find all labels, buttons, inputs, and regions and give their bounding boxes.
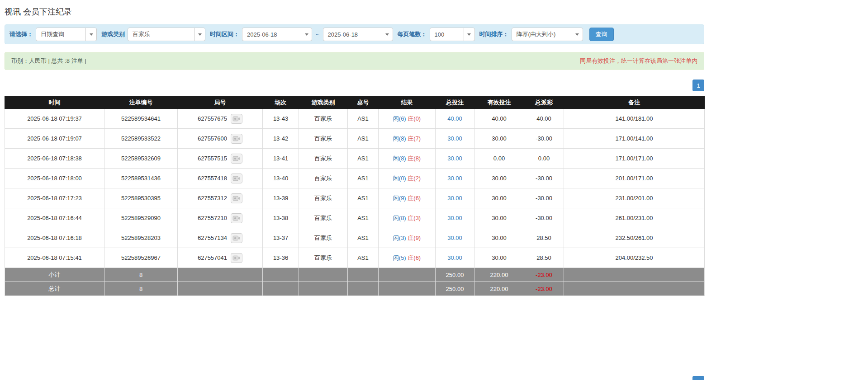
- cell-valid-bet: 30.00: [474, 169, 524, 188]
- cell-round-number: 627557210: [198, 215, 227, 221]
- table-row: 2025-06-18 07:19:07 522589533522 6275576…: [5, 129, 705, 149]
- search-button[interactable]: 查询: [589, 28, 614, 41]
- cell-session: 13-38: [263, 208, 299, 228]
- cell-bet-id: 522589528203: [104, 228, 178, 248]
- cell-bet-id: 522589534641: [104, 109, 178, 129]
- cell-result: 闲(0) 庄(2): [379, 169, 436, 188]
- cell-valid-bet: 30.00: [474, 228, 524, 248]
- result-player: 闲(9): [393, 195, 406, 202]
- cell-valid-bet: 0.00: [474, 149, 524, 169]
- chevron-down-icon: [572, 28, 583, 41]
- page-1-button[interactable]: 1: [693, 376, 704, 380]
- cell-session: 13-36: [263, 248, 299, 268]
- video-replay-icon[interactable]: [231, 154, 242, 164]
- total-bet-link[interactable]: 30.00: [447, 155, 462, 162]
- cell-result: 闲(6) 庄(0): [379, 109, 436, 129]
- cell-time: 2025-06-18 07:19:37: [5, 109, 104, 129]
- subtotal-valid-bet: 220.00: [474, 268, 524, 282]
- cell-result: 闲(5) 庄(6): [379, 248, 436, 268]
- cell-time: 2025-06-18 07:19:07: [5, 129, 104, 149]
- total-label: 总计: [5, 282, 104, 296]
- total-bet-link[interactable]: 30.00: [447, 175, 462, 182]
- total-bet-link[interactable]: 30.00: [447, 215, 462, 221]
- pagination-bottom: 1: [5, 376, 704, 380]
- cell-note: 232.50/261.00: [564, 228, 705, 248]
- result-banker: 庄(3): [408, 215, 421, 221]
- cell-round-number: 627557312: [198, 195, 227, 202]
- cell-game-type: 百家乐: [299, 228, 348, 248]
- video-replay-icon[interactable]: [231, 193, 242, 203]
- subtotal-payout: -23.00: [524, 268, 564, 282]
- date-to-input[interactable]: 2025-06-18: [323, 28, 393, 41]
- result-player: 闲(3): [393, 235, 406, 241]
- total-bet-link[interactable]: 30.00: [447, 135, 462, 142]
- header-time: 时间: [5, 96, 104, 109]
- result-player: 闲(8): [393, 155, 406, 162]
- cell-result: 闲(9) 庄(6): [379, 188, 436, 208]
- page-size-label: 每页笔数：: [398, 30, 427, 38]
- time-sort-select[interactable]: 降幂(由大到小): [512, 28, 583, 41]
- date-range-label: 时间区间：: [210, 30, 239, 38]
- video-replay-icon[interactable]: [231, 134, 242, 144]
- cell-time: 2025-06-18 07:18:38: [5, 149, 104, 169]
- cell-result: 闲(8) 庄(3): [379, 208, 436, 228]
- cell-session: 13-43: [263, 109, 299, 129]
- cell-payout: 28.50: [524, 248, 564, 268]
- cell-bet-id: 522589531436: [104, 169, 178, 188]
- filter-bar: 请选择： 日期查询 游戏类别 百家乐 时间区间： 2025-06-18 ~ 20…: [5, 24, 704, 44]
- cell-session: 13-39: [263, 188, 299, 208]
- cell-valid-bet: 30.00: [474, 208, 524, 228]
- pagination-top: 1: [5, 80, 704, 91]
- video-replay-icon[interactable]: [231, 213, 242, 223]
- cell-game-type: 百家乐: [299, 188, 348, 208]
- table-row: 2025-06-18 07:15:41 522589526967 6275570…: [5, 248, 705, 268]
- select-type-label: 请选择：: [9, 30, 33, 38]
- cell-payout: -30.00: [524, 188, 564, 208]
- result-player: 闲(8): [393, 135, 406, 142]
- cell-valid-bet: 30.00: [474, 129, 524, 149]
- cell-round-number: 627557675: [198, 115, 227, 122]
- result-player: 闲(6): [393, 115, 406, 122]
- page-size-value: 100: [430, 31, 449, 38]
- subtotal-count: 8: [104, 268, 178, 282]
- cell-round-number: 627557600: [198, 135, 227, 142]
- cell-total-bet: 30.00: [436, 208, 474, 228]
- video-replay-icon[interactable]: [231, 114, 242, 124]
- table-body: 2025-06-18 07:19:37 522589534641 6275576…: [5, 109, 705, 268]
- cell-time: 2025-06-18 07:16:44: [5, 208, 104, 228]
- header-round: 局号: [178, 96, 263, 109]
- time-sort-label: 时间排序：: [479, 30, 509, 38]
- cell-note: 171.00/141.00: [564, 129, 705, 149]
- page-size-select[interactable]: 100: [430, 28, 475, 41]
- total-bet-link[interactable]: 30.00: [447, 254, 462, 261]
- video-replay-icon[interactable]: [231, 233, 242, 243]
- video-replay-icon[interactable]: [231, 253, 242, 263]
- total-bet-link[interactable]: 40.00: [447, 115, 462, 122]
- game-type-select[interactable]: 百家乐: [128, 28, 205, 41]
- date-from-input[interactable]: 2025-06-18: [242, 28, 312, 41]
- table-row: 2025-06-18 07:16:44 522589529090 6275572…: [5, 208, 705, 228]
- page-1-button[interactable]: 1: [693, 80, 704, 91]
- cell-payout: 28.50: [524, 228, 564, 248]
- query-type-select[interactable]: 日期查询: [36, 28, 97, 41]
- subtotal-label: 小计: [5, 268, 104, 282]
- cell-game-type: 百家乐: [299, 149, 348, 169]
- header-payout: 总派彩: [524, 96, 564, 109]
- cell-game-type: 百家乐: [299, 208, 348, 228]
- total-bet-link[interactable]: 30.00: [447, 195, 462, 202]
- table-row: 2025-06-18 07:19:37 522589534641 6275576…: [5, 109, 705, 129]
- date-to-value: 2025-06-18: [323, 31, 363, 38]
- cell-note: 141.00/181.00: [564, 109, 705, 129]
- result-player: 闲(0): [393, 175, 406, 182]
- cell-payout: 0.00: [524, 149, 564, 169]
- total-bet-link[interactable]: 30.00: [447, 235, 462, 241]
- cell-valid-bet: 30.00: [474, 248, 524, 268]
- summary-currency-count: 币别：人民币 | 总共 :8 注单 |: [11, 57, 86, 65]
- video-replay-icon[interactable]: [231, 174, 242, 183]
- cell-payout: 40.00: [524, 109, 564, 129]
- cell-payout: -30.00: [524, 129, 564, 149]
- cell-round-number: 627557418: [198, 175, 227, 182]
- date-range-tilde: ~: [316, 31, 319, 38]
- header-total-bet: 总投注: [436, 96, 474, 109]
- header-session: 场次: [263, 96, 299, 109]
